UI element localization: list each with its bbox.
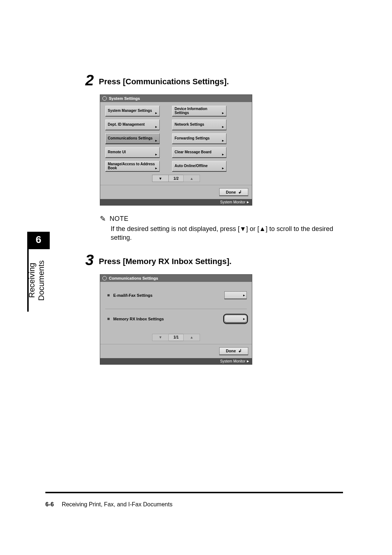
chevron-right-icon: ▶ bbox=[247, 360, 249, 363]
page-down-button[interactable]: ▼ bbox=[152, 334, 169, 341]
system-monitor-bar[interactable]: System Monitor▶ bbox=[100, 358, 252, 364]
page-number: 6-6 bbox=[45, 501, 54, 508]
system-monitor-label: System Monitor bbox=[220, 359, 245, 363]
communications-settings-button[interactable]: Communications Settings▸ bbox=[105, 133, 160, 144]
done-row: Done↲ bbox=[100, 344, 252, 358]
step-number: 2 bbox=[85, 73, 94, 88]
return-icon: ↲ bbox=[238, 190, 242, 195]
screen-title-bar: Communications Settings bbox=[100, 275, 252, 282]
note-text: If the desired setting is not displayed,… bbox=[111, 224, 343, 242]
system-manager-settings-button[interactable]: System Manager Settings▸ bbox=[105, 106, 160, 117]
bullet-icon bbox=[107, 318, 110, 320]
remote-ui-button[interactable]: Remote UI▸ bbox=[105, 147, 160, 158]
step-2: 2 Press [Communications Settings]. bbox=[85, 73, 343, 88]
done-row: Done↲ bbox=[100, 185, 252, 199]
screen-title-bar: System Settings bbox=[100, 95, 252, 102]
page-down-button[interactable]: ▼ bbox=[152, 175, 169, 182]
divider bbox=[105, 309, 247, 309]
page-footer: 6-6 Receiving Print, Fax, and I-Fax Docu… bbox=[45, 501, 343, 508]
note-label: NOTE bbox=[110, 215, 128, 223]
page-indicator: 1/1 bbox=[169, 334, 183, 341]
pager: ▼ 1/1 ▲ bbox=[105, 334, 247, 341]
network-settings-button[interactable]: Network Settings▸ bbox=[172, 119, 226, 130]
step-number: 3 bbox=[85, 252, 94, 268]
device-screen: Communications Settings E-mail/I-Fax Set… bbox=[100, 274, 252, 365]
clear-message-board-button[interactable]: Clear Message Board▸ bbox=[172, 147, 226, 158]
done-button[interactable]: Done↲ bbox=[219, 347, 248, 355]
item-label: Memory RX Inbox Settings bbox=[113, 317, 221, 321]
screenshot-system-settings: System Settings System Manager Settings▸… bbox=[100, 94, 343, 206]
page-up-button[interactable]: ▲ bbox=[183, 334, 200, 341]
memory-rx-inbox-settings-button[interactable]: ▸ bbox=[224, 315, 247, 323]
auto-online-offline-button[interactable]: Auto Online/Offline▸ bbox=[172, 161, 226, 172]
page-up-button[interactable]: ▲ bbox=[183, 175, 200, 182]
chapter-label: Receiving Documents bbox=[27, 249, 50, 312]
device-screen: System Settings System Manager Settings▸… bbox=[100, 94, 252, 206]
dept-id-management-button[interactable]: Dept. ID Management▸ bbox=[105, 119, 160, 130]
note-heading: ✎ NOTE bbox=[100, 214, 343, 223]
page-indicator: 1/2 bbox=[169, 175, 183, 182]
return-icon: ↲ bbox=[238, 348, 242, 353]
gear-icon bbox=[102, 276, 107, 280]
chevron-right-icon: ▶ bbox=[247, 200, 249, 204]
step-3: 3 Press [Memory RX Inbox Settings]. bbox=[85, 252, 343, 268]
step-title: Press [Memory RX Inbox Settings]. bbox=[99, 252, 232, 266]
bullet-icon bbox=[107, 294, 110, 296]
email-ifax-settings-button[interactable]: ▸ bbox=[224, 291, 247, 299]
forwarding-settings-button[interactable]: Forwarding Settings▸ bbox=[172, 133, 226, 144]
pager: ▼ 1/2 ▲ bbox=[105, 175, 247, 182]
step-title: Press [Communications Settings]. bbox=[99, 73, 229, 86]
system-monitor-bar[interactable]: System Monitor▶ bbox=[100, 199, 252, 205]
list-item: E-mail/I-Fax Settings ▸ bbox=[107, 291, 247, 299]
screen-body: System Manager Settings▸ Device Informat… bbox=[100, 102, 252, 185]
list-item: Memory RX Inbox Settings ▸ bbox=[107, 315, 247, 323]
footer-rule bbox=[45, 492, 343, 493]
item-label: E-mail/I-Fax Settings bbox=[113, 293, 221, 297]
done-button[interactable]: Done↲ bbox=[219, 188, 248, 196]
device-information-settings-button[interactable]: Device Information Settings▸ bbox=[172, 106, 226, 117]
gear-icon bbox=[102, 96, 107, 101]
screenshot-communications-settings: Communications Settings E-mail/I-Fax Set… bbox=[100, 274, 343, 365]
manual-page: 6 Receiving Documents 2 Press [Communica… bbox=[0, 0, 392, 555]
pencil-icon: ✎ bbox=[100, 214, 106, 223]
chapter-number: 6 bbox=[27, 232, 50, 249]
content-column: 2 Press [Communications Settings]. Syste… bbox=[85, 73, 343, 373]
footer-title: Receiving Print, Fax, and I-Fax Document… bbox=[62, 501, 172, 508]
side-chapter-tab: 6 Receiving Documents bbox=[27, 232, 50, 312]
manage-access-address-book-button[interactable]: Manage/Access to Address Book▸ bbox=[105, 161, 160, 172]
screen-title: System Settings bbox=[109, 96, 140, 101]
system-monitor-label: System Monitor bbox=[220, 200, 245, 204]
screen-body: E-mail/I-Fax Settings ▸ Memory RX Inbox … bbox=[100, 282, 252, 344]
screen-title: Communications Settings bbox=[109, 276, 158, 280]
